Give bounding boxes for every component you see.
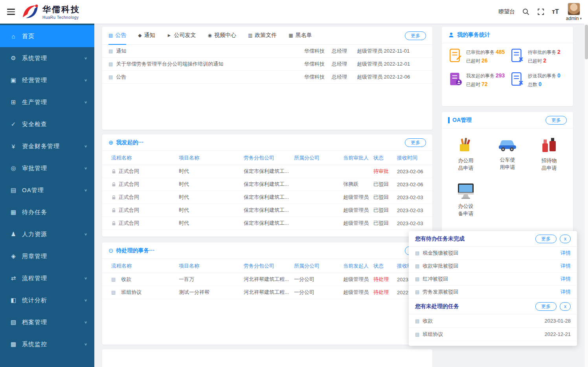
- cell-status: 待处理: [373, 276, 397, 283]
- oa-item-office-supplies[interactable]: 办公用品申请: [445, 136, 487, 172]
- announcement-row[interactable]: ▤ 公告 华儒科技 总经理 超级管理员 2022-12-06: [102, 71, 432, 84]
- menu-toggle-icon[interactable]: [7, 7, 15, 17]
- chevron-down-icon: ∨: [84, 56, 87, 60]
- cell-approver: 超级管理员: [343, 194, 373, 201]
- sidebar-item-business-management[interactable]: ▣ 经营管理 ∨: [0, 69, 94, 91]
- yen-icon: ¥: [9, 143, 17, 150]
- sidebar-item-system-monitoring[interactable]: ▩ 系统监控 ∨: [0, 333, 94, 355]
- initiated-row[interactable]: 正式合同 时代 保定市保利建筑工... 超级管理员 已驳回 2023-02-03: [102, 217, 432, 230]
- announcement-row[interactable]: ▤ 通知 华儒科技 总经理 超级管理员 2022-11-01: [102, 45, 432, 58]
- sidebar-item-seal-management[interactable]: ◈ 用章管理: [0, 245, 94, 267]
- sidebar-item-home[interactable]: ⌂ 首页: [0, 25, 94, 47]
- tab-announcement[interactable]: ▤ 公告: [108, 27, 126, 45]
- todo-row[interactable]: ▤ 税金预缴被驳回 详情: [409, 247, 577, 260]
- cc-tasks-icon: [510, 72, 525, 86]
- stat-initiated[interactable]: 我发起的事务293 已超时72: [448, 72, 510, 89]
- stats-grid: 已审批的事务485 已超时26 待审批的事务2 已超时2: [442, 43, 573, 91]
- sidebar-item-workflow-management[interactable]: ⇄ 流程管理 ∨: [0, 267, 94, 289]
- initiated-more-button[interactable]: 更多: [405, 138, 426, 147]
- pending-approval-icon: [510, 48, 525, 63]
- task-row[interactable]: ▤ 收款 2023-01-28: [409, 314, 577, 328]
- task-row[interactable]: ▤ 班组协议 2022-12-21: [409, 328, 577, 341]
- chevron-down-icon: ∨: [84, 276, 87, 280]
- watchtower-link[interactable]: 瞭望台: [498, 8, 515, 15]
- detail-link[interactable]: 详情: [560, 250, 571, 257]
- announcements-card: ▤ 公告 ◆ 通知 ► 公司发文 ◉ 视频中心 ▥ 政策文件: [102, 27, 432, 130]
- cell-project: 一百万: [179, 276, 244, 283]
- cell-subcontractor: 保定市保利建筑工...: [244, 220, 294, 227]
- sidebar-item-safety-inspection[interactable]: ✓ 安全检查: [0, 113, 94, 135]
- cell-project: 时代: [179, 181, 244, 188]
- tab-company-documents[interactable]: ► 公司发文: [167, 27, 196, 45]
- font-size-icon[interactable]: тT: [552, 8, 559, 15]
- sidebar-item-oa-management[interactable]: ▤ OA管理 ∨: [0, 179, 94, 201]
- sidebar-item-system-management[interactable]: ⚙ 系统管理 ∨: [0, 47, 94, 69]
- sidebar-item-archive-management[interactable]: ▧ 档案管理 ∨: [0, 311, 94, 333]
- todo-section-title: 您有待办任务未完成: [415, 235, 465, 242]
- todo-close-button[interactable]: x: [560, 235, 571, 243]
- search-icon[interactable]: [522, 8, 530, 16]
- pending-row[interactable]: ▤收款 一百万 河北祥帮建筑工程... 一分公司 超级管理员 待处理 2023: [102, 273, 432, 286]
- detail-link[interactable]: 详情: [560, 275, 571, 283]
- tab-video-center[interactable]: ◉ 视频中心: [208, 27, 236, 45]
- fullscreen-icon[interactable]: [537, 8, 545, 16]
- tab-policy-documents[interactable]: ▥ 政策文件: [248, 27, 277, 45]
- task-date: 2022-12-21: [545, 331, 571, 337]
- tab-notification[interactable]: ◆ 通知: [138, 27, 155, 45]
- sidebar-item-human-resources[interactable]: ♟ 人力资源 ∨: [0, 223, 94, 245]
- stat-cc[interactable]: 抄送我的事务0 总数0: [510, 72, 571, 89]
- oa-item-vehicle-use[interactable]: 公车使用申请: [487, 136, 528, 172]
- sidebar-item-todo-tasks[interactable]: ▦ 待办任务: [0, 201, 94, 223]
- announcement-icon: ▤: [108, 33, 113, 38]
- todo-row[interactable]: ▤ 红冲被驳回 详情: [409, 273, 577, 286]
- initiated-title: 我发起的···: [116, 139, 144, 146]
- oa-more-button[interactable]: 更多: [546, 116, 567, 125]
- sidebar-item-production-management[interactable]: ⊞ 生产管理 ∨: [0, 91, 94, 113]
- initiated-row[interactable]: 正式合同 时代 保定市保利建筑工... 待审批 2023-02-06: [102, 165, 432, 178]
- tasks-more-button[interactable]: 更多: [535, 302, 557, 311]
- col-header: 劳务分包公司: [244, 262, 294, 270]
- col-header: 劳务分包公司: [244, 154, 294, 161]
- tasks-close-button[interactable]: x: [560, 302, 571, 311]
- todo-row[interactable]: ▤ 收款审批被驳回 详情: [409, 260, 577, 273]
- scrollbar-thumb[interactable]: [585, 25, 588, 59]
- approved-tasks-icon: [448, 48, 463, 63]
- task-text: 收款: [423, 317, 433, 325]
- detail-link[interactable]: 详情: [560, 288, 571, 295]
- lock-icon: [111, 182, 116, 187]
- avatar[interactable]: [568, 3, 580, 15]
- stat-label: 我发起的事务: [466, 73, 494, 79]
- sidebar-item-statistics-analysis[interactable]: ◧ 统计分析 ∨: [0, 289, 94, 311]
- sidebar-item-label: 待办任务: [22, 209, 87, 216]
- cell-time: 2023-02-03: [397, 195, 426, 200]
- user-menu[interactable]: admin ▾: [566, 3, 582, 21]
- stat-pending-approval[interactable]: 待审批的事务2 已超时2: [510, 48, 571, 65]
- document-icon: ▤: [415, 289, 419, 295]
- top-header: 华儒科技 HuaRu Technology 瞭望台 тT admin ▾: [0, 0, 588, 24]
- oa-title: OA管理: [452, 117, 472, 124]
- announcements-more-button[interactable]: 更多: [405, 31, 426, 40]
- home-icon: ⌂: [9, 33, 17, 40]
- tab-blacklist[interactable]: ▦ 黑名单: [288, 27, 312, 45]
- detail-link[interactable]: 详情: [560, 262, 571, 270]
- initiated-row[interactable]: 正式合同 时代 保定市保利建筑工... 超级管理员 已驳回 2023-02-03: [102, 204, 432, 217]
- sidebar-item-finance-management[interactable]: ¥ 资金财务管理 ∨: [0, 135, 94, 157]
- logo-subtitle: HuaRu Technology: [42, 15, 80, 20]
- pending-table-header: 流程名称 项目名称 劳务分包公司 所属分公司 当前发起人 状态 接收时间: [102, 259, 432, 273]
- pending-row[interactable]: ▤班组协议 测试一分祥帮 河北祥帮建筑工程... 一分公司 超级管理员 待处理 …: [102, 286, 432, 299]
- oa-item-hospitality-supplies[interactable]: 招待物品申请: [528, 136, 570, 172]
- oa-item-office-equipment[interactable]: 办公设备申请: [445, 182, 487, 217]
- announcement-row[interactable]: ▤ 关于华儒劳务管理平台分公司端操作培训的通知 华儒科技 总经理 超级管理员 2…: [102, 58, 432, 71]
- document-icon: ▤: [415, 250, 419, 256]
- cell-time: 2023-02-06: [397, 182, 426, 187]
- todo-more-button[interactable]: 更多: [535, 235, 557, 243]
- initiated-row[interactable]: 正式合同 时代 保定市保利建筑工... 张腾跃 已驳回 2023-02-06: [102, 178, 432, 191]
- scrollbar-track[interactable]: [584, 24, 588, 367]
- cell-name: 正式合同: [119, 194, 139, 201]
- sidebar-item-approval-management[interactable]: ◎ 审批管理 ∨: [0, 157, 94, 179]
- todo-row[interactable]: ▤ 劳务发票被驳回 详情: [409, 286, 577, 299]
- stat-approved[interactable]: 已审批的事务485 已超时26: [448, 48, 510, 65]
- user-icon: [448, 32, 454, 38]
- col-header: 流程名称: [111, 262, 179, 270]
- initiated-row[interactable]: 正式合同 时代 保定市保利建筑工... 超级管理员 已驳回 2023-02-03: [102, 191, 432, 204]
